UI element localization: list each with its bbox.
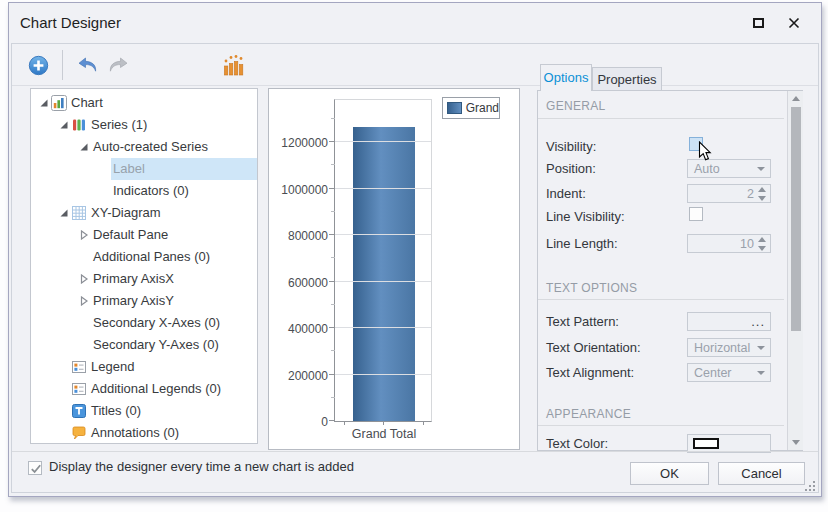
scroll-down-icon[interactable] [788, 435, 804, 450]
undo-button[interactable] [74, 51, 102, 79]
tree-item-default-pane[interactable]: Default Pane [31, 224, 257, 246]
tree-item-secondary-y-axes-0[interactable]: Secondary Y-Axes (0) [31, 334, 257, 356]
tab-options[interactable]: Options [540, 64, 592, 91]
tree-item-additional-panes-0[interactable]: Additional Panes (0) [31, 246, 257, 268]
y-axis-tick-label: 800000 [269, 229, 328, 243]
y-axis-tick-label: 1000000 [269, 183, 328, 197]
ellipsis-button[interactable]: ... [751, 313, 765, 330]
tree-item-additional-legends-0[interactable]: Additional Legends (0) [31, 378, 257, 400]
text-pattern-input[interactable]: ... [687, 312, 771, 331]
cancel-button[interactable]: Cancel [718, 462, 805, 485]
expander-icon[interactable] [37, 98, 51, 108]
section-divider [538, 425, 784, 426]
annotations-icon [71, 425, 89, 441]
gridline [335, 281, 431, 282]
tab-properties[interactable]: Properties [592, 67, 662, 91]
window-title: Chart Designer [20, 3, 121, 43]
tree-item-label[interactable]: Label [31, 158, 257, 180]
expander-icon[interactable] [77, 142, 91, 152]
legend-swatch [447, 102, 462, 114]
chart-structure-tree: ChartSeries (1)Auto-created SeriesLabelI… [30, 88, 258, 444]
line-visibility-label: Line Visibility: [546, 208, 625, 226]
expander-icon[interactable] [57, 208, 71, 218]
titles-icon [71, 403, 89, 419]
text-orientation-dropdown[interactable]: Horizontal [687, 338, 771, 357]
chart-icon [51, 95, 69, 111]
color-swatch [693, 438, 719, 449]
line-length-stepper[interactable]: 10 [687, 234, 771, 253]
close-button[interactable] [779, 11, 809, 35]
tree-item-secondary-x-axes-0[interactable]: Secondary X-Axes (0) [31, 312, 257, 334]
display-designer-checkbox[interactable] [28, 461, 42, 475]
maximize-button[interactable] [743, 11, 773, 35]
tree-item-label: Label [111, 158, 257, 180]
panel-scrollbar[interactable] [787, 91, 803, 450]
options-panel: GENERAL Visibility: Position: Auto Inden… [537, 90, 803, 451]
tree-item-label: Default Pane [91, 224, 257, 246]
spinner-arrows-icon[interactable] [758, 237, 767, 251]
legend-icon [71, 381, 89, 397]
close-icon [788, 17, 800, 29]
tree-item-xy-diagram[interactable]: XY-Diagram [31, 202, 257, 224]
tree-item-label: Primary AxisX [91, 268, 257, 290]
chevron-down-icon [757, 371, 765, 375]
tree-item-chart[interactable]: Chart [31, 92, 257, 114]
expander-icon[interactable] [77, 230, 91, 240]
chevron-down-icon [757, 167, 765, 171]
tree-item-indicators-0[interactable]: Indicators (0) [31, 180, 257, 202]
tree-item-label: Additional Panes (0) [91, 246, 257, 268]
expander-icon[interactable] [77, 274, 91, 284]
chart-type-button[interactable] [220, 51, 248, 79]
title-bar[interactable]: Chart Designer [9, 3, 821, 43]
y-axis-tick [329, 188, 335, 189]
tree-item-label: Series (1) [89, 114, 257, 136]
indent-stepper[interactable]: 2 [687, 184, 771, 203]
resize-grip[interactable] [804, 480, 816, 492]
tree-item-label: Primary AxisY [91, 290, 257, 312]
expander-icon[interactable] [57, 120, 71, 130]
section-divider [538, 299, 784, 300]
chart-legend: Grand [442, 97, 500, 119]
dialog-client-area: ChartSeries (1)Auto-created SeriesLabelI… [11, 43, 819, 493]
tree-item-label: Legend [89, 356, 257, 378]
tree-item-label: Annotations (0) [89, 422, 257, 444]
tree-item-auto-created-series[interactable]: Auto-created Series [31, 136, 257, 158]
x-axis-tick [344, 421, 345, 425]
y-axis-tick-label: 200000 [269, 369, 328, 383]
tree-item-label: Secondary X-Axes (0) [91, 312, 257, 334]
display-designer-checkbox-label[interactable]: Display the designer every time a new ch… [49, 459, 354, 474]
x-axis-tick [383, 421, 384, 425]
visibility-label: Visibility: [546, 138, 596, 156]
gridline [335, 234, 431, 235]
scroll-up-icon[interactable] [788, 91, 804, 106]
ok-button[interactable]: OK [630, 462, 709, 485]
y-axis-minor-tick [331, 350, 335, 351]
tree-item-series-1[interactable]: Series (1) [31, 114, 257, 136]
y-axis-tick [329, 141, 335, 142]
add-chart-element-button[interactable] [24, 51, 52, 79]
tree-item-titles-0[interactable]: Titles (0) [31, 400, 257, 422]
gridline [335, 327, 431, 328]
y-axis-tick [329, 281, 335, 282]
gridline [335, 374, 431, 375]
tree-item-legend[interactable]: Legend [31, 356, 257, 378]
tree-item-primary-axisy[interactable]: Primary AxisY [31, 290, 257, 312]
add-chart-element-icon [28, 55, 49, 76]
position-label: Position: [546, 160, 596, 178]
expander-icon[interactable] [77, 296, 91, 306]
legend-icon [71, 359, 89, 375]
gridline [335, 141, 431, 142]
tree-item-label: Auto-created Series [91, 136, 257, 158]
y-axis-labels: 020000040000060000080000010000001200000 [269, 99, 328, 422]
section-header-general: GENERAL [546, 99, 605, 113]
checkmark-icon [29, 462, 43, 476]
tree-item-annotations-0[interactable]: Annotations (0) [31, 422, 257, 444]
chevron-down-icon [757, 346, 765, 350]
redo-button[interactable] [104, 51, 132, 79]
tree-item-primary-axisx[interactable]: Primary AxisX [31, 268, 257, 290]
spinner-arrows-icon[interactable] [758, 187, 767, 201]
line-visibility-checkbox[interactable] [689, 207, 703, 221]
series-icon [71, 117, 89, 133]
scrollbar-thumb[interactable] [791, 107, 801, 331]
text-alignment-dropdown[interactable]: Center [687, 363, 771, 382]
